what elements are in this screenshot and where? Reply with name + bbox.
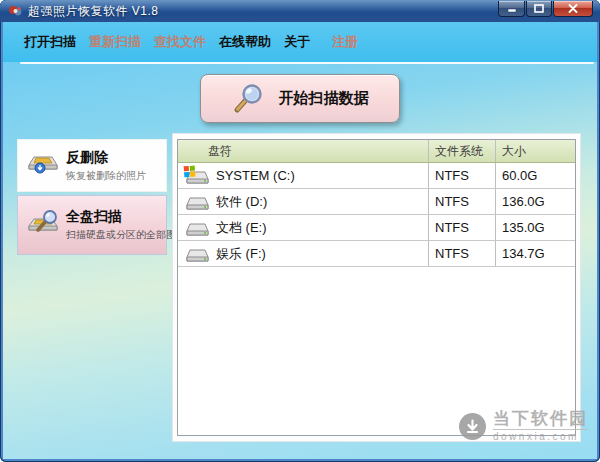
col-header-filesystem: 文件系统	[428, 140, 495, 162]
drive-size: 134.7G	[495, 241, 575, 266]
menu-item-rescan[interactable]: 重新扫描	[89, 33, 141, 51]
menu-item-about[interactable]: 关于	[284, 33, 310, 51]
drive-size: 135.0G	[495, 215, 575, 240]
menu-item-open-scan[interactable]: 打开扫描	[24, 33, 76, 51]
drive-filesystem: NTFS	[428, 215, 495, 240]
table-row-drive-d[interactable]: 软件 (D:) NTFS 136.0G	[178, 189, 575, 215]
fullscan-title: 全盘扫描	[66, 208, 186, 226]
drive-icon	[185, 194, 209, 210]
drive-size: 60.0G	[495, 163, 575, 188]
maximize-button[interactable]	[526, 1, 552, 17]
drive-name: SYSTEM (C:)	[216, 168, 295, 183]
menu-item-online-help[interactable]: 在线帮助	[219, 33, 271, 51]
menubar: 打开扫描 重新扫描 查找文件 在线帮助 关于 注册	[3, 22, 597, 62]
undelete-title: 反删除	[66, 149, 146, 167]
drive-icon	[185, 220, 209, 236]
app-icon	[8, 4, 23, 19]
sidebar-item-undelete[interactable]: 反删除 恢复被删除的照片	[17, 139, 167, 192]
drive-name: 文档 (E:)	[216, 219, 267, 237]
menu-item-find-files[interactable]: 查找文件	[154, 33, 206, 51]
drive-filesystem: NTFS	[428, 163, 495, 188]
start-scan-button[interactable]: 开始扫描数据	[200, 74, 400, 123]
col-header-size: 大小	[495, 140, 575, 162]
drive-size: 136.0G	[495, 189, 575, 214]
drive-filesystem: NTFS	[428, 189, 495, 214]
fullscan-subtitle: 扫描硬盘或分区的全部图片	[66, 228, 186, 242]
fullscan-disk-icon	[28, 209, 66, 241]
app-window: 超强照片恢复软件 V1.8 打开扫描 重新扫描 查找文件 在线帮助 关于 注册	[0, 0, 600, 462]
drive-table: 盘符 文件系统 大小	[177, 139, 576, 436]
undelete-disk-icon	[28, 151, 66, 181]
table-row-drive-e[interactable]: 文档 (E:) NTFS 135.0G	[178, 215, 575, 241]
drive-name: 软件 (D:)	[216, 193, 267, 211]
drive-filesystem: NTFS	[428, 241, 495, 266]
undelete-subtitle: 恢复被删除的照片	[66, 169, 146, 183]
sidebar-item-fullscan[interactable]: 全盘扫描 扫描硬盘或分区的全部图片	[17, 195, 167, 255]
table-row-drive-c[interactable]: SYSTEM (C:) NTFS 60.0G	[178, 163, 575, 189]
table-row-drive-f[interactable]: 娱乐 (F:) NTFS 134.7G	[178, 241, 575, 267]
drive-list-panel: 盘符 文件系统 大小	[172, 133, 581, 442]
col-header-drive: 盘符	[178, 143, 428, 160]
main-content: 开始扫描数据 反删除 恢复被删除的照片	[3, 62, 597, 459]
system-drive-icon	[185, 168, 209, 184]
menubar-divider	[20, 62, 594, 64]
drive-icon	[185, 246, 209, 262]
window-title: 超强照片恢复软件 V1.8	[28, 3, 159, 20]
scan-button-label: 开始扫描数据	[279, 89, 369, 108]
drive-table-header: 盘符 文件系统 大小	[178, 140, 575, 163]
close-button[interactable]	[553, 1, 593, 17]
drive-name: 娱乐 (F:)	[216, 245, 266, 263]
caption-buttons	[498, 1, 593, 17]
minimize-button[interactable]	[498, 1, 525, 17]
titlebar: 超强照片恢复软件 V1.8	[0, 0, 600, 22]
magnifier-icon	[232, 83, 264, 114]
menu-item-register[interactable]: 注册	[332, 33, 358, 51]
